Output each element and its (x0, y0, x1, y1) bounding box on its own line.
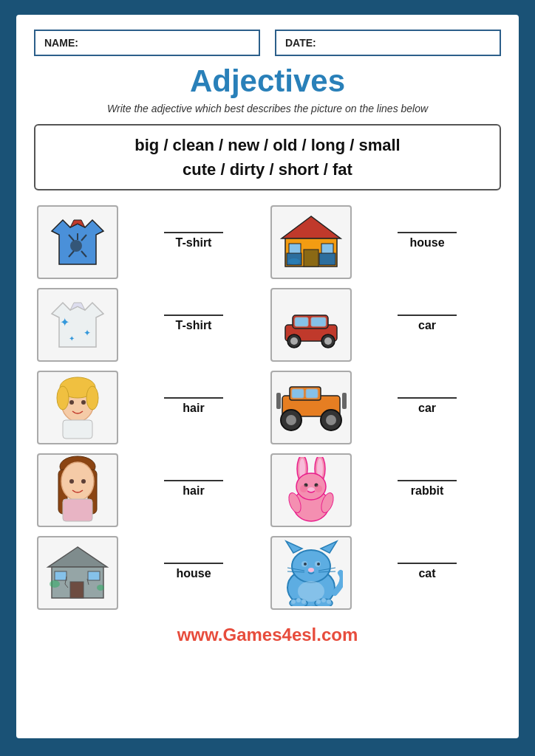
exercise-item-7: hair (34, 449, 268, 532)
word-label-9: house (176, 567, 211, 580)
answer-area-9: house (123, 563, 265, 583)
footer-highlight: 4 (282, 625, 292, 645)
footer: www.Games4esl.com (177, 625, 358, 645)
svg-marker-73 (286, 541, 302, 553)
answer-area-8: rabbit (356, 480, 498, 501)
answer-line-7 (164, 480, 223, 481)
answer-line-5 (164, 397, 223, 399)
svg-marker-74 (321, 541, 337, 553)
header-fields: NAME: DATE: (34, 30, 501, 56)
answer-line-8 (398, 480, 457, 481)
answer-line-6 (398, 397, 457, 399)
image-tshirt-dirty (37, 205, 118, 279)
svg-point-43 (326, 415, 336, 425)
exercise-item-5: hair (34, 366, 268, 449)
word-label-10: cat (418, 567, 435, 580)
svg-point-93 (321, 598, 326, 602)
date-field[interactable]: DATE: (275, 30, 501, 56)
answer-area-10: cat (356, 563, 498, 583)
svg-text:✦: ✦ (84, 328, 91, 338)
date-label: DATE: (285, 37, 316, 49)
svg-point-34 (81, 400, 86, 405)
word-label-8: rabbit (411, 484, 443, 498)
word-label-5: hair (183, 402, 204, 415)
exercise-item-2: house (268, 201, 501, 284)
answer-line-1 (164, 232, 223, 233)
svg-point-26 (290, 337, 298, 345)
svg-point-31 (57, 386, 69, 410)
svg-point-28 (324, 337, 332, 345)
footer-text-after: esl.com (292, 625, 358, 645)
image-car-big (270, 371, 352, 444)
svg-point-32 (86, 386, 98, 410)
svg-marker-8 (282, 216, 341, 238)
footer-text-before: www.Games (177, 625, 282, 645)
answer-area-2: house (356, 232, 498, 252)
svg-point-89 (291, 599, 296, 604)
word-label-7: hair (183, 484, 204, 498)
svg-point-71 (50, 580, 60, 588)
svg-point-80 (317, 563, 320, 566)
svg-point-81 (308, 568, 314, 572)
svg-point-88 (298, 581, 324, 602)
image-house-old (37, 536, 118, 610)
svg-rect-70 (88, 571, 100, 580)
svg-point-61 (307, 487, 315, 492)
answer-line-2 (398, 232, 457, 233)
exercise-item-3: ✦ ✦ ✦ T-shirt (34, 284, 268, 366)
svg-point-91 (301, 599, 306, 604)
svg-point-15 (288, 258, 300, 264)
svg-point-51 (81, 479, 86, 484)
word-label-1: T-shirt (176, 236, 212, 250)
name-label: NAME: (44, 37, 78, 49)
svg-rect-44 (276, 393, 281, 409)
word-box: big / clean / new / old / long / small c… (34, 124, 501, 190)
word-label-4: car (418, 319, 436, 332)
svg-point-92 (316, 599, 321, 604)
exercise-item-10: cat (268, 532, 501, 614)
exercise-item-8: rabbit (268, 449, 501, 532)
svg-point-72 (97, 585, 104, 591)
svg-point-41 (286, 415, 296, 425)
image-rabbit (270, 453, 352, 527)
svg-rect-35 (63, 420, 92, 439)
answer-line-3 (164, 315, 223, 316)
exercise-item-1: T-shirt (34, 201, 268, 284)
svg-rect-12 (321, 244, 333, 254)
svg-rect-39 (306, 389, 318, 398)
svg-point-65 (315, 485, 322, 492)
answer-line-4 (398, 315, 457, 316)
image-hair-short (37, 371, 118, 444)
name-field[interactable]: NAME: (34, 30, 260, 56)
word-label-2: house (409, 236, 444, 250)
exercises-grid: T-shirt (34, 201, 501, 614)
word-box-line1: big / clean / new / old / long / small (49, 133, 486, 157)
svg-rect-45 (342, 393, 347, 409)
page-title: Adjectives (190, 63, 345, 99)
svg-point-94 (327, 599, 331, 604)
svg-rect-68 (70, 582, 84, 598)
answer-area-5: hair (123, 397, 265, 418)
svg-rect-11 (289, 244, 301, 254)
answer-area-6: car (356, 397, 498, 418)
svg-point-76 (292, 550, 330, 583)
image-hair-long (37, 453, 118, 527)
svg-text:✦: ✦ (60, 316, 69, 329)
svg-marker-66 (48, 547, 107, 567)
image-tshirt-clean: ✦ ✦ ✦ (37, 288, 118, 362)
answer-line-10 (398, 563, 457, 564)
word-label-3: T-shirt (176, 319, 212, 332)
svg-point-2 (70, 240, 82, 252)
svg-point-50 (69, 479, 74, 484)
word-box-line2: cute / dirty / short / fat (49, 157, 486, 182)
word-label-6: car (418, 402, 436, 415)
image-cat-fat (270, 536, 352, 610)
exercise-item-6: car (268, 366, 501, 449)
answer-line-9 (164, 563, 223, 564)
svg-text:✦: ✦ (69, 334, 75, 343)
svg-rect-69 (55, 571, 67, 580)
subtitle: Write the adjective which best describes… (107, 102, 428, 117)
svg-rect-38 (292, 389, 304, 398)
svg-point-49 (61, 462, 94, 501)
svg-point-90 (296, 598, 301, 602)
